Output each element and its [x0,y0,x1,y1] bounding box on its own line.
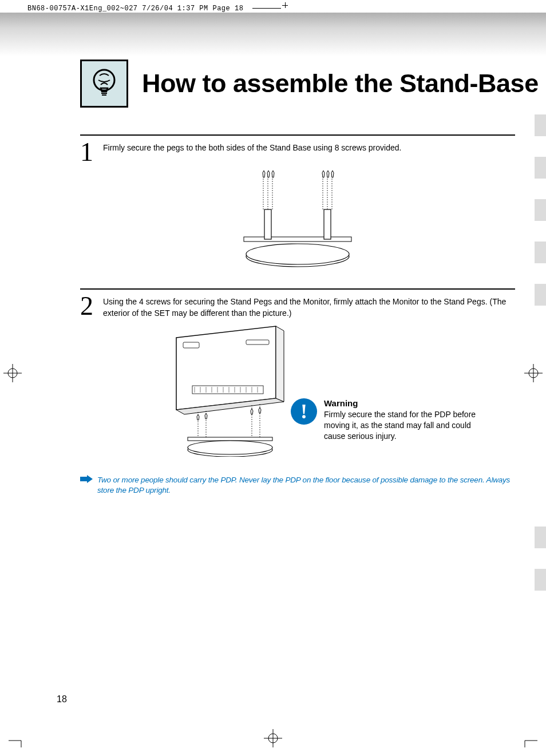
prepress-cropmark [252,8,281,9]
side-tab [535,242,546,263]
warning-body: Firmly secure the stand for the PDP befo… [324,410,476,441]
svg-marker-15 [276,326,284,402]
note-block: Two or more people should carry the PDP.… [80,475,515,496]
svg-rect-36 [188,437,272,441]
crop-mark-bl-icon [9,728,28,747]
crop-target-left-icon [3,364,22,382]
side-tab [535,114,546,136]
warning-icon: ! [291,398,317,425]
side-tab [535,284,546,306]
lightbulb-icon [80,60,128,108]
prepress-header: BN68-00757A-X1Eng_002~027 7/26/04 1:37 P… [27,5,288,13]
arrow-right-icon [80,475,93,483]
svg-rect-19 [192,386,263,394]
crop-mark-br-icon [518,728,537,747]
side-tab [535,527,546,548]
page-title: How to assemble the Stand-Base [142,69,539,98]
svg-point-0 [94,70,114,90]
svg-point-38 [188,441,272,454]
svg-marker-39 [80,475,93,483]
prepress-label: BN68-00757A-X1Eng_002~027 7/26/04 1:37 P… [27,5,243,13]
step-text-2: Using the 4 screws for securing the Stan… [103,294,515,319]
content-area: 1 Firmly secure the pegs to the both sid… [80,134,515,473]
svg-point-4 [246,244,349,264]
side-tab [535,569,546,591]
side-tab [535,157,546,179]
warning-text: Warning Firmly secure the stand for the … [324,398,480,442]
prepress-cropdot [283,5,288,10]
step-2: 2 Using the 4 screws for securing the St… [80,288,515,456]
svg-rect-7 [324,209,331,239]
svg-rect-6 [264,209,271,239]
svg-rect-5 [244,237,351,242]
step-number-2: 2 [80,294,97,318]
side-tab [535,199,546,221]
warning-heading: Warning [324,398,480,408]
note-text: Two or more people should carry the PDP.… [97,475,515,496]
warning-block: ! Warning Firmly secure the stand for th… [291,398,480,442]
step-1-illustration [80,169,515,272]
title-block: How to assemble the Stand-Base [80,60,539,108]
step-number-1: 1 [80,140,97,164]
page-number: 18 [57,694,67,704]
side-tabs [535,114,546,306]
step-text-1: Firmly secure the pegs to the both sides… [103,140,401,154]
step-1: 1 Firmly secure the pegs to the both sid… [80,134,515,272]
svg-marker-14 [176,326,276,410]
header-band [0,13,546,56]
crop-target-bottom-icon [264,729,282,747]
crop-target-right-icon [524,364,543,382]
